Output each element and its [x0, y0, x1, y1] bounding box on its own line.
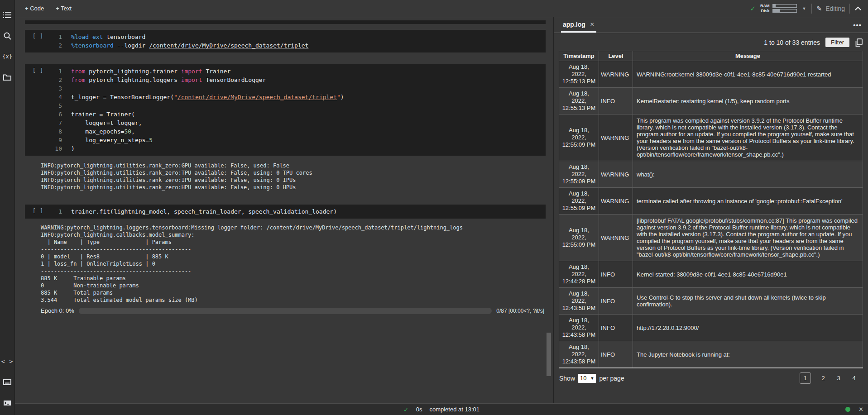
tab-app-log[interactable]: app.log ✕: [561, 17, 596, 33]
select-caret-icon: ▼: [590, 376, 595, 381]
log-message: Kernel started: 38009d3e-c0f1-4ee1-8c85-…: [633, 261, 863, 288]
code-line[interactable]: 4t_logger = TensorBoardLogger("/content/…: [51, 93, 546, 101]
resource-dropdown-caret-icon[interactable]: ▼: [801, 6, 807, 11]
page-button-4[interactable]: 4: [851, 375, 857, 382]
cell-output: INFO:pytorch_lightning.utilities.rank_ze…: [41, 162, 553, 191]
page-button-1[interactable]: 1: [800, 372, 811, 384]
progress-bar: [79, 308, 492, 314]
log-level: WARNING: [599, 61, 633, 88]
header-message: Message: [633, 51, 863, 61]
code-line[interactable]: 1from pytorch_lightning.trainer import T…: [51, 67, 546, 76]
pagination-pages: 1234: [800, 372, 857, 384]
log-level: INFO: [599, 288, 633, 315]
log-message: Use Control-C to stop this server and sh…: [633, 288, 863, 315]
code-line[interactable]: 8 max_epochs=50,: [51, 127, 546, 136]
add-code-button[interactable]: + Code: [25, 5, 44, 12]
line-number: 2: [51, 41, 62, 50]
pencil-icon: ✎: [816, 5, 822, 12]
run-cell-button[interactable]: [ ]: [25, 67, 51, 153]
cell-output: WARNING:pytorch_lightning.loggers.tensor…: [41, 224, 553, 304]
more-options-icon[interactable]: •••: [853, 21, 862, 29]
run-cell-button[interactable]: [ ]: [25, 207, 51, 216]
execution-completed-text: completed at 13:01: [429, 406, 480, 413]
command-palette-icon[interactable]: [0, 373, 15, 391]
collapse-toolbar-button[interactable]: [854, 6, 862, 11]
tab-label: app.log: [563, 21, 585, 28]
log-row: Aug 18, 2022, 12:55:09 PMWARNINGwhat():: [559, 161, 863, 188]
left-sidebar: {x} < >: [0, 0, 15, 415]
copy-icon[interactable]: [855, 38, 863, 47]
per-page-select[interactable]: 10 ▼: [578, 374, 596, 383]
line-number: 1: [51, 207, 62, 216]
code-line[interactable]: 2%tensorboard --logdir /content/drive/My…: [51, 41, 546, 50]
code-line[interactable]: 6trainer = Trainer(: [51, 110, 546, 119]
filter-button[interactable]: Filter: [825, 38, 849, 47]
code-line[interactable]: 5: [51, 101, 546, 110]
pagination-row: Show 10 ▼ per page 1234: [554, 368, 868, 384]
run-cell-button[interactable]: [ ]: [25, 33, 51, 50]
execution-duration: 0s: [416, 406, 422, 413]
line-number: 3: [51, 84, 62, 93]
log-row: Aug 18, 2022, 12:43:58 PMINFOUse Control…: [559, 288, 863, 315]
variables-icon[interactable]: {x}: [0, 48, 15, 65]
main-area: + Code + Text ✓ RAM Disk ▼: [15, 0, 868, 415]
log-timestamp: Aug 18, 2022, 12:55:09 PM: [559, 161, 599, 188]
log-level: INFO: [599, 315, 633, 341]
files-icon[interactable]: [0, 69, 15, 86]
log-timestamp: Aug 18, 2022, 12:55:13 PM: [559, 88, 599, 114]
code-line[interactable]: 1%load_ext tensorboard: [51, 33, 546, 41]
editing-mode-button[interactable]: ✎ Editing: [816, 5, 845, 12]
log-row: Aug 18, 2022, 12:55:13 PMINFOKernelResta…: [559, 88, 863, 114]
code-line[interactable]: 7 logger=t_logger,: [51, 119, 546, 127]
log-message: http://172.28.0.12:9000/: [633, 315, 863, 341]
code-line[interactable]: 3: [51, 84, 546, 93]
line-number: 10: [51, 144, 62, 153]
table-of-contents-icon[interactable]: [0, 6, 15, 24]
code-cell[interactable]: [ ]1%load_ext tensorboard2%tensorboard -…: [25, 30, 546, 52]
editing-label: Editing: [825, 5, 845, 12]
dismiss-statusbar-icon[interactable]: ✕: [858, 406, 863, 413]
terminal-icon[interactable]: [0, 394, 15, 411]
log-timestamp: Aug 18, 2022, 12:55:09 PM: [559, 114, 599, 161]
close-tab-icon[interactable]: ✕: [590, 21, 595, 28]
code-editor[interactable]: 1from pytorch_lightning.trainer import T…: [51, 67, 546, 153]
progress-label: Epoch 0: 0%: [41, 307, 74, 314]
resource-monitor[interactable]: RAM Disk: [760, 4, 797, 14]
ram-usage-bar: [772, 4, 797, 8]
code-line[interactable]: 10): [51, 144, 546, 153]
notebook-toolbar: + Code + Text ✓ RAM Disk ▼: [15, 0, 868, 17]
line-number: 2: [51, 76, 62, 84]
add-text-button[interactable]: + Text: [56, 5, 72, 12]
code-editor[interactable]: 1trainer.fit(lightning_model, speech_tra…: [51, 207, 546, 216]
log-row: Aug 18, 2022, 12:43:58 PMINFOThe Jupyter…: [559, 341, 863, 368]
notebook-scrollbar: [547, 17, 551, 403]
log-row: Aug 18, 2022, 12:55:09 PMWARNINGterminat…: [559, 188, 863, 215]
code-line[interactable]: 1trainer.fit(lightning_model, speech_tra…: [51, 207, 546, 216]
log-level: WARNING: [599, 215, 633, 261]
ram-label: RAM: [760, 4, 770, 9]
code-line[interactable]: 2from pytorch_lightning.loggers import T…: [51, 76, 546, 84]
code-cell[interactable]: [ ]1from pytorch_lightning.trainer impor…: [25, 64, 546, 156]
log-row: Aug 18, 2022, 12:55:13 PMWARNINGWARNING:…: [559, 61, 863, 88]
scrollbar-thumb[interactable]: [547, 333, 551, 376]
code-line[interactable]: 9 log_every_n_steps=5: [51, 136, 546, 144]
code-cell[interactable]: [ ]1trainer.fit(lightning_model, speech_…: [25, 205, 546, 219]
log-timestamp: Aug 18, 2022, 12:55:09 PM: [559, 215, 599, 261]
page-button-2[interactable]: 2: [820, 375, 826, 382]
log-table: Timestamp Level Message Aug 18, 2022, 12…: [559, 51, 863, 368]
log-message: The Jupyter Notebook is running at:: [633, 341, 863, 368]
log-message: [libprotobuf FATAL google/protobuf/stubs…: [633, 215, 863, 261]
execution-success-icon: ✓: [403, 406, 409, 413]
line-number: 6: [51, 110, 62, 119]
log-meta-row: 1 to 10 of 33 entries Filter: [554, 33, 868, 51]
code-editor[interactable]: 1%load_ext tensorboard2%tensorboard --lo…: [51, 33, 546, 50]
log-timestamp: Aug 18, 2022, 12:43:58 PM: [559, 288, 599, 315]
search-icon[interactable]: [0, 27, 15, 44]
page-button-3[interactable]: 3: [835, 375, 842, 382]
code-snippets-icon[interactable]: < >: [0, 353, 15, 370]
disk-usage-bar: [772, 9, 797, 13]
progress-counter: 0/87 [00:00<?, ?it/s]: [496, 308, 544, 314]
per-page-suffix: per page: [599, 375, 624, 382]
line-number: 8: [51, 127, 62, 136]
partial-cell-above: [25, 20, 546, 24]
